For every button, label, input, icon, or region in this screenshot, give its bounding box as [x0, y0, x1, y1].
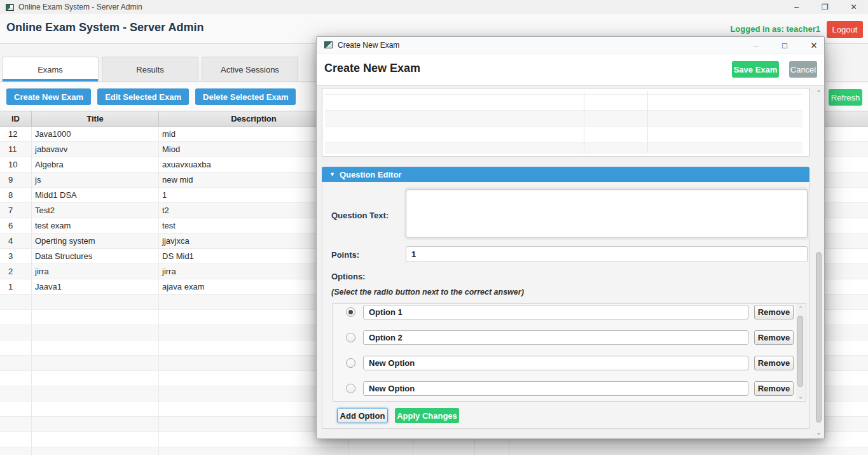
- remove-option-button[interactable]: Remove: [754, 330, 794, 345]
- table-cell: 11: [0, 142, 32, 157]
- question-text-label: Question Text:: [331, 211, 389, 220]
- questions-list-rows: [325, 91, 803, 153]
- table-cell: Data Structures: [32, 249, 159, 263]
- table-row[interactable]: [0, 447, 868, 455]
- table-cell: [32, 310, 159, 325]
- table-cell: [32, 371, 159, 386]
- delete-selected-exam-button[interactable]: Delete Selected Exam: [195, 88, 296, 105]
- question-text-input[interactable]: [406, 189, 808, 238]
- column-header: Title: [32, 111, 159, 126]
- remove-option-button[interactable]: Remove: [754, 305, 794, 319]
- question-editor-label: Question Editor: [340, 170, 402, 179]
- table-cell: js: [32, 172, 159, 187]
- option-row: Remove: [333, 305, 806, 320]
- options-list: RemoveRemoveRemoveRemove ⌃ ⌄: [333, 303, 806, 402]
- screen: Online Exam System - Server Admin – ❐ ✕ …: [0, 0, 868, 455]
- create-exam-dialog: Create New Exam – □ ✕ Create New Exam Sa…: [316, 36, 825, 439]
- create-new-exam-button[interactable]: Create New Exam: [6, 88, 91, 105]
- table-cell: [0, 340, 32, 355]
- tab-exams[interactable]: Exams: [2, 57, 99, 81]
- table-cell: [0, 417, 32, 431]
- table-cell: 9: [0, 172, 32, 187]
- table-cell: 12: [0, 127, 32, 141]
- table-cell: test exam: [32, 218, 159, 233]
- table-cell: jirra: [32, 264, 159, 279]
- correct-answer-radio[interactable]: [346, 333, 355, 342]
- dialog-titlebar-text: Create New Exam: [338, 41, 399, 50]
- table-cell: [509, 447, 868, 455]
- main-window-controls: – ❐ ✕: [782, 0, 868, 14]
- table-cell: Operting system: [32, 234, 159, 248]
- table-cell: [0, 371, 32, 386]
- table-cell: 6: [0, 218, 32, 233]
- table-cell: [0, 432, 32, 447]
- questions-list-panel[interactable]: [322, 88, 809, 157]
- edit-selected-exam-button[interactable]: Edit Selected Exam: [97, 88, 189, 105]
- dialog-scrollbar[interactable]: ⌃ ⌄: [815, 88, 823, 437]
- options-hint: (Select the radio button next to the cor…: [331, 288, 524, 297]
- page-title: Online Exam System - Server Admin: [6, 21, 203, 34]
- dialog-scroll-down-icon[interactable]: ⌄: [815, 428, 823, 437]
- table-cell: 7: [0, 203, 32, 218]
- dialog-scroll-up-icon[interactable]: ⌃: [815, 88, 823, 97]
- question-editor-header[interactable]: ▼ Question Editor: [322, 167, 809, 182]
- options-scrollbar[interactable]: ⌃ ⌄: [796, 304, 805, 400]
- remove-option-button[interactable]: Remove: [754, 356, 794, 370]
- dialog-header: Create New Exam Save Exam Cancel: [317, 53, 824, 86]
- table-cell: [0, 386, 32, 401]
- scroll-up-icon[interactable]: ⌃: [796, 304, 805, 312]
- table-cell: [0, 447, 32, 455]
- table-cell: [0, 310, 32, 325]
- table-cell: [475, 447, 509, 455]
- tab-results[interactable]: Results: [102, 57, 198, 81]
- tab-active-sessions[interactable]: Active Sessions: [202, 57, 298, 81]
- dialog-window-controls: – □ ✕: [749, 37, 820, 53]
- remove-option-button[interactable]: Remove: [754, 381, 794, 396]
- option-text-input[interactable]: [363, 381, 748, 396]
- table-cell: 8: [0, 188, 32, 202]
- dialog-minimize-icon[interactable]: –: [749, 37, 762, 53]
- scroll-down-icon[interactable]: ⌄: [796, 392, 805, 400]
- table-cell: Midd1 DSA: [32, 188, 159, 202]
- table-cell: Test2: [32, 203, 159, 218]
- points-label: Points:: [331, 250, 359, 260]
- points-input[interactable]: [406, 246, 808, 262]
- table-cell: [0, 356, 32, 370]
- table-cell: jabavavv: [32, 142, 159, 157]
- save-exam-button[interactable]: Save Exam: [732, 61, 779, 78]
- table-cell: [32, 386, 159, 401]
- correct-answer-radio[interactable]: [346, 307, 355, 317]
- restore-icon[interactable]: ❐: [811, 0, 839, 14]
- option-text-input[interactable]: [363, 330, 748, 345]
- table-cell: 10: [0, 157, 32, 172]
- table-cell: [32, 295, 159, 309]
- correct-answer-radio[interactable]: [346, 384, 355, 393]
- table-cell: [349, 447, 413, 455]
- dialog-close-icon[interactable]: ✕: [808, 37, 820, 53]
- app-icon: [6, 4, 14, 11]
- tab-row: ExamsResultsActive Sessions: [2, 57, 298, 81]
- dialog-title: Create New Exam: [324, 62, 420, 75]
- option-row: Remove: [333, 381, 806, 396]
- apply-changes-button[interactable]: Apply Changes: [395, 408, 459, 423]
- main-titlebar-text: Online Exam System - Server Admin: [18, 3, 142, 11]
- add-option-button[interactable]: Add Option: [337, 408, 388, 423]
- cancel-button[interactable]: Cancel: [789, 61, 817, 78]
- table-cell: 4: [0, 234, 32, 248]
- table-cell: [32, 447, 159, 455]
- minimize-icon[interactable]: –: [782, 0, 811, 14]
- collapse-icon: ▼: [329, 171, 335, 178]
- close-icon[interactable]: ✕: [839, 0, 868, 14]
- main-titlebar: Online Exam System - Server Admin – ❐ ✕: [0, 0, 868, 14]
- dialog-scrollbar-thumb[interactable]: [816, 252, 822, 423]
- refresh-button[interactable]: Refresh: [829, 89, 862, 106]
- logout-button[interactable]: Logout: [827, 21, 863, 38]
- table-cell: [32, 432, 159, 447]
- dialog-maximize-icon[interactable]: □: [778, 37, 791, 53]
- column-header: ID: [0, 111, 32, 126]
- correct-answer-radio[interactable]: [346, 358, 355, 368]
- option-text-input[interactable]: [363, 356, 748, 370]
- options-scrollbar-thumb[interactable]: [797, 316, 803, 387]
- option-text-input[interactable]: [363, 305, 748, 319]
- option-row: Remove: [333, 356, 806, 371]
